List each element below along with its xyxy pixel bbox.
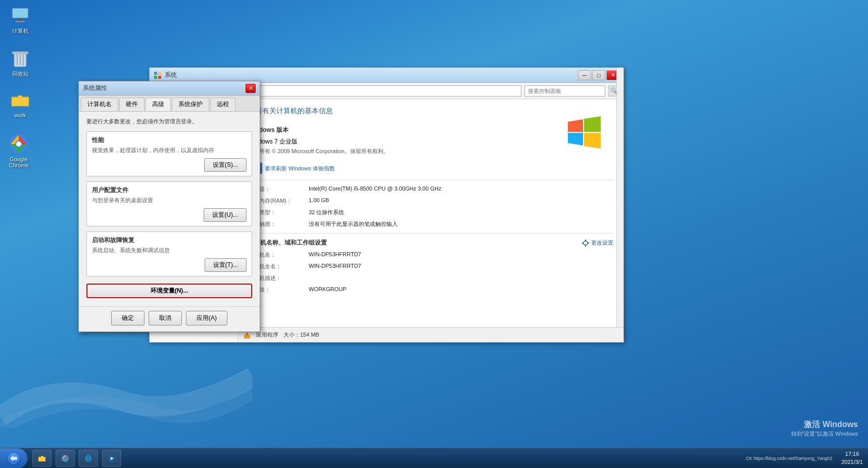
svg-rect-5 bbox=[12, 52, 28, 54]
scrollbar[interactable] bbox=[616, 68, 623, 342]
media-icon bbox=[108, 454, 116, 462]
svg-rect-1 bbox=[13, 9, 28, 18]
profile-desc: 与您登录有关的桌面设置 bbox=[92, 197, 247, 204]
cancel-button[interactable]: 取消 bbox=[149, 311, 182, 325]
performance-title: 性能 bbox=[92, 136, 247, 145]
hw-info-section: 处理器： Intel(R) Core(TM) i5-8500 CPU @ 3.0… bbox=[248, 180, 613, 228]
date-display: 2021/3/1 bbox=[841, 458, 863, 466]
full-name-value: WIN-DP53HFRRTD7 bbox=[309, 263, 613, 270]
svg-point-25 bbox=[246, 333, 248, 335]
activate-watermark: 激活 Windows 转到"设置"以激活 Windows bbox=[791, 419, 858, 438]
bottom-app-label: 应用程序 bbox=[256, 331, 278, 339]
chrome-icon-label: Google Chrome bbox=[9, 156, 28, 168]
pen-row: 笔和触摸： 没有可用于此显示器的笔或触控输入 bbox=[248, 220, 613, 228]
workgroup-row: 工作组： WORKGROUP bbox=[248, 286, 613, 294]
work-icon-label: work bbox=[14, 112, 26, 118]
start-orb-icon bbox=[6, 451, 21, 466]
svg-rect-21 bbox=[585, 245, 586, 247]
taskbar-notification-area: CK https://blog.csdn.net/DaHyong_Yang03 bbox=[742, 456, 836, 461]
computer-icon-label: 计算机 bbox=[12, 27, 29, 35]
work-folder-icon bbox=[10, 90, 30, 110]
svg-point-19 bbox=[584, 241, 588, 245]
maximize-button[interactable]: □ bbox=[592, 70, 605, 80]
taskbar-btn-chrome[interactable] bbox=[56, 450, 75, 467]
svg-rect-16 bbox=[158, 76, 161, 79]
windows-logo bbox=[558, 104, 613, 161]
taskbar-buttons bbox=[31, 450, 122, 467]
system-properties-dialog: 系统属性 ✕ 计算机名 硬件 高级 系统保护 远程 要进行大多数更改，您必须作为… bbox=[78, 81, 260, 332]
environment-variables-button[interactable]: 环境变量(N)... bbox=[86, 284, 252, 298]
performance-section: 性能 视觉效果，处理器计划，内存使用，以及虚拟内存 设置(S)... bbox=[86, 131, 252, 176]
ok-button[interactable]: 确定 bbox=[111, 311, 144, 325]
recycle-icon-label: 回收站 bbox=[12, 70, 29, 78]
chrome-taskbar-icon bbox=[61, 454, 69, 462]
network-section: 计算机名称、域和工作组设置 更改设置 bbox=[248, 233, 613, 294]
dialog-title: 系统属性 bbox=[83, 84, 246, 92]
desc-value bbox=[309, 274, 613, 282]
system-main: 查看有关计算机的基本信息 Windows 版本 Windows 7 企业版 版权… bbox=[238, 99, 623, 342]
tab-hardware[interactable]: 硬件 bbox=[119, 98, 144, 111]
change-settings-text: 更改设置 bbox=[591, 239, 613, 247]
activate-line2: 转到"设置"以激活 Windows bbox=[791, 430, 858, 438]
svg-rect-14 bbox=[158, 72, 161, 75]
tab-computer-name[interactable]: 计算机名 bbox=[81, 98, 118, 111]
os-type-value: 32 位操作系统 bbox=[309, 209, 613, 216]
desc-row: 计算机描述： bbox=[248, 274, 613, 282]
env-var-container: 环境变量(N)... bbox=[86, 282, 252, 300]
dialog-close-button[interactable]: ✕ bbox=[246, 84, 256, 93]
search-input[interactable] bbox=[524, 85, 605, 97]
apply-button[interactable]: 应用(A) bbox=[186, 311, 227, 325]
tab-remote[interactable]: 远程 bbox=[210, 98, 235, 111]
change-settings-link[interactable]: 更改设置 bbox=[582, 239, 613, 247]
svg-rect-20 bbox=[585, 240, 586, 241]
taskbar-btn-media[interactable] bbox=[102, 450, 121, 467]
desktop: 计算机 回收站 work bbox=[0, 0, 868, 468]
system-window-title-text: 系统 bbox=[165, 71, 177, 79]
window-controls: ─ □ ✕ bbox=[578, 70, 619, 80]
folder-icon bbox=[38, 454, 46, 462]
score-link[interactable]: 要求刷新 Windows 体验指数 bbox=[265, 165, 335, 172]
bottom-size-label: 大小：154 MB bbox=[283, 331, 319, 339]
taskbar-btn-ie[interactable] bbox=[79, 450, 98, 467]
svg-rect-24 bbox=[244, 335, 250, 339]
tab-system-protection[interactable]: 系统保护 bbox=[172, 98, 209, 111]
score-row: 1.0 要求刷新 Windows 体验指数 bbox=[248, 163, 613, 174]
taskbar: CK https://blog.csdn.net/DaHyong_Yang03 … bbox=[0, 448, 868, 468]
ie-icon bbox=[84, 454, 92, 462]
start-button[interactable] bbox=[0, 448, 27, 469]
performance-settings-button[interactable]: 设置(S)... bbox=[204, 158, 247, 172]
os-type-row: 系统类型： 32 位操作系统 bbox=[248, 209, 613, 216]
profile-section: 用户配置文件 与您登录有关的桌面设置 设置(U)... bbox=[86, 181, 252, 226]
svg-point-30 bbox=[64, 457, 67, 460]
startup-section: 启动和故障恢复 系统启动、系统失败和调试信息 设置(T)... bbox=[86, 231, 252, 276]
system-bottom-bar: 应用程序 大小：154 MB bbox=[238, 327, 623, 342]
computer-name-row: 计算机名： WIN-DP53HFRRTD7 bbox=[248, 251, 613, 259]
minimize-button[interactable]: ─ bbox=[578, 70, 591, 80]
tab-advanced[interactable]: 高级 bbox=[146, 98, 171, 111]
ram-value: 1.00 GB bbox=[309, 197, 613, 205]
desktop-icon-recycle[interactable]: 回收站 bbox=[3, 48, 38, 78]
cpu-row: 处理器： Intel(R) Core(TM) i5-8500 CPU @ 3.0… bbox=[248, 185, 613, 193]
desktop-icon-chrome[interactable]: Google Chrome bbox=[1, 134, 36, 168]
taskbar-time: 17:16 2021/3/1 bbox=[836, 450, 868, 466]
chrome-icon bbox=[9, 134, 29, 154]
desktop-icon-computer[interactable]: 计算机 bbox=[3, 5, 38, 35]
cpu-value: Intel(R) Core(TM) i5-8500 CPU @ 3.00GHz … bbox=[309, 185, 613, 193]
system-window-title: 系统 bbox=[154, 71, 578, 79]
startup-title: 启动和故障恢复 bbox=[92, 236, 247, 245]
performance-desc: 视觉效果，处理器计划，内存使用，以及虚拟内存 bbox=[92, 147, 247, 154]
dialog-notice: 要进行大多数更改，您必须作为管理员登录。 bbox=[86, 118, 252, 125]
svg-point-12 bbox=[16, 142, 21, 147]
computer-name-value: WIN-DP53HFRRTD7 bbox=[309, 251, 613, 259]
dialog-titlebar: 系统属性 ✕ bbox=[79, 81, 260, 96]
svg-rect-15 bbox=[154, 76, 157, 79]
startup-settings-button[interactable]: 设置(T)... bbox=[205, 258, 247, 272]
profile-settings-button[interactable]: 设置(U)... bbox=[204, 208, 247, 222]
taskbar-btn-explorer[interactable] bbox=[32, 450, 52, 467]
dialog-footer: 确定 取消 应用(A) bbox=[79, 306, 260, 332]
activate-line1: 激活 Windows bbox=[791, 419, 858, 430]
svg-rect-13 bbox=[154, 72, 157, 75]
control-panel-icon bbox=[154, 71, 162, 79]
startup-desc: 系统启动、系统失败和调试信息 bbox=[92, 247, 247, 254]
desktop-icon-work[interactable]: work bbox=[3, 90, 38, 118]
